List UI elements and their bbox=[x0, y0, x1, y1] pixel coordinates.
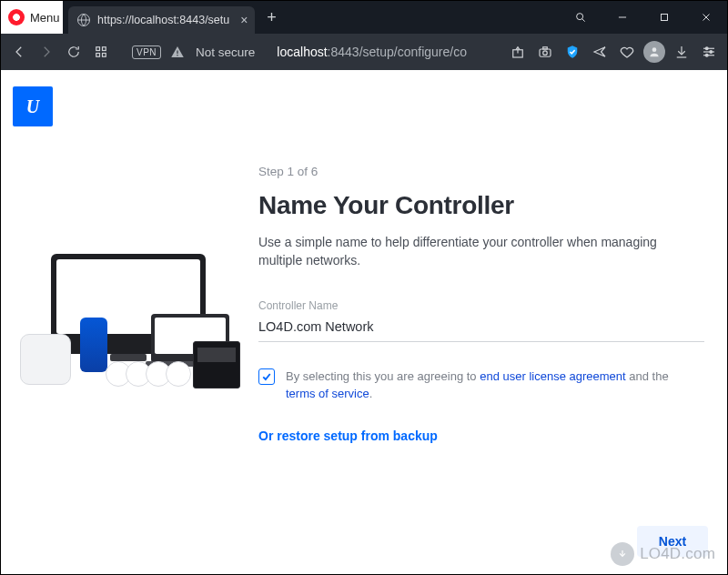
watermark-text: LO4D.com bbox=[640, 545, 715, 563]
page-content: U Step 1 of 6 Name Your Controller Use a… bbox=[2, 70, 726, 573]
opera-menu-label: Menu bbox=[30, 11, 60, 25]
nav-forward-button[interactable] bbox=[35, 41, 57, 63]
restore-backup-link[interactable]: Or restore setup from backup bbox=[258, 429, 704, 443]
svg-rect-6 bbox=[96, 47, 100, 51]
svg-point-15 bbox=[543, 51, 548, 55]
maximize-icon bbox=[658, 11, 671, 24]
security-warning-icon[interactable] bbox=[167, 41, 188, 63]
new-tab-button[interactable]: + bbox=[258, 8, 284, 27]
unifi-logo[interactable]: U bbox=[13, 86, 53, 126]
check-icon bbox=[261, 371, 272, 382]
svg-point-17 bbox=[652, 47, 657, 52]
close-tab-icon[interactable]: × bbox=[240, 13, 248, 27]
svg-rect-9 bbox=[103, 54, 106, 57]
share-button[interactable] bbox=[507, 41, 529, 63]
nav-back-button[interactable] bbox=[8, 41, 30, 63]
speed-dial-button[interactable] bbox=[90, 41, 112, 63]
svg-point-25 bbox=[705, 54, 708, 56]
controller-name-input[interactable] bbox=[258, 316, 704, 342]
svg-rect-14 bbox=[540, 49, 551, 56]
browser-titlebar: Menu https://localhost:8443/setu × + bbox=[1, 1, 727, 34]
agree-text: By selecting this you are agreeing to en… bbox=[286, 368, 695, 403]
globe-icon bbox=[77, 14, 90, 26]
controller-name-label: Controller Name bbox=[258, 299, 704, 312]
minimize-icon bbox=[616, 11, 629, 24]
security-status-label: Not secure bbox=[196, 45, 255, 59]
svg-rect-16 bbox=[543, 47, 548, 49]
eula-link[interactable]: end user license agreement bbox=[480, 369, 625, 383]
close-icon bbox=[700, 11, 713, 24]
tos-link[interactable]: terms of service bbox=[286, 387, 369, 400]
tab-title: https://localhost:8443/setu bbox=[97, 14, 229, 26]
svg-point-23 bbox=[705, 47, 708, 50]
user-icon bbox=[648, 45, 661, 58]
snapshot-button[interactable] bbox=[534, 41, 556, 63]
source-watermark: LO4D.com bbox=[611, 542, 715, 566]
window-minimize-button[interactable] bbox=[602, 1, 643, 34]
agree-checkbox[interactable] bbox=[258, 368, 275, 385]
profile-avatar[interactable] bbox=[643, 41, 665, 63]
svg-rect-3 bbox=[662, 15, 668, 21]
downloads-button[interactable] bbox=[671, 41, 693, 63]
browser-tab[interactable]: https://localhost:8443/setu × bbox=[68, 6, 255, 34]
window-maximize-button[interactable] bbox=[643, 1, 685, 34]
download-icon bbox=[611, 542, 634, 566]
svg-line-1 bbox=[582, 19, 585, 22]
url-host: localhost bbox=[277, 45, 327, 59]
step-indicator: Step 1 of 6 bbox=[258, 165, 704, 178]
browser-toolbar: VPN Not secure localhost:8443/setup/conf… bbox=[1, 34, 727, 70]
page-title: Name Your Controller bbox=[258, 191, 704, 220]
svg-rect-8 bbox=[96, 54, 100, 57]
vpn-badge[interactable]: VPN bbox=[132, 45, 161, 59]
svg-point-0 bbox=[577, 14, 583, 20]
send-button[interactable] bbox=[589, 41, 611, 63]
url-path: :8443/setup/configure/co bbox=[328, 45, 467, 59]
svg-point-24 bbox=[710, 51, 713, 54]
product-hero-illustration bbox=[15, 254, 248, 409]
unifi-logo-letter: U bbox=[26, 96, 39, 117]
favorite-button[interactable] bbox=[616, 41, 638, 63]
window-close-button[interactable] bbox=[685, 1, 727, 34]
titlebar-search-button[interactable] bbox=[560, 1, 602, 34]
page-description: Use a simple name to help differentiate … bbox=[258, 233, 677, 270]
address-bar[interactable]: localhost:8443/setup/configure/co bbox=[268, 45, 494, 59]
nav-reload-button[interactable] bbox=[63, 41, 85, 63]
search-icon bbox=[574, 11, 587, 24]
opera-logo-icon bbox=[8, 9, 25, 25]
easy-setup-button[interactable] bbox=[698, 41, 720, 63]
svg-rect-7 bbox=[103, 47, 106, 51]
adblock-shield-icon[interactable] bbox=[561, 41, 583, 63]
opera-menu-button[interactable]: Menu bbox=[1, 1, 63, 34]
svg-point-11 bbox=[177, 55, 178, 56]
